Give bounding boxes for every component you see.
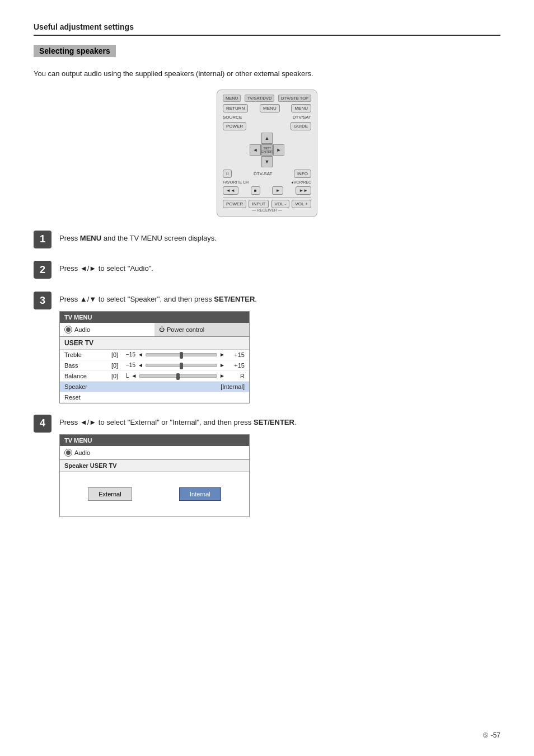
- dpad-br: [273, 156, 284, 167]
- remote-row-3: SOURCE DTV/SAT: [223, 115, 311, 120]
- remote-stop-btn[interactable]: ■: [251, 186, 260, 195]
- remote-vol-plus-btn[interactable]: VOL +: [292, 200, 311, 208]
- remote-vol-minus-btn[interactable]: VOL -: [271, 200, 290, 208]
- step-4-text: Press ◄/► to select "External" or "Inter…: [59, 417, 500, 429]
- step-2-number: 2: [34, 261, 51, 279]
- balance-min: L: [126, 373, 129, 379]
- balance-value: [0]: [104, 373, 126, 379]
- remote-pause-btn[interactable]: II: [223, 170, 232, 178]
- remote-fav-label: FAVORITE CH: [223, 180, 249, 184]
- remote-bottom: POWER INPUT VOL - VOL +: [223, 197, 311, 208]
- tv-menu-tab-audio-3[interactable]: Audio: [60, 323, 154, 336]
- tv-menu-step3: TV MENU Audio ⏻ Power control USER TV: [59, 311, 250, 403]
- bass-left-arrow: ◄: [138, 362, 143, 368]
- treble-left-arrow: ◄: [138, 351, 143, 358]
- balance-slider-area: L ◄ ►: [126, 373, 225, 379]
- balance-slider-thumb: [176, 373, 180, 380]
- remote-menu-label: MENU: [223, 95, 241, 102]
- step-1-text: Press MENU and the TV MENU screen displa…: [59, 233, 500, 245]
- bass-value: [0]: [104, 362, 126, 369]
- power-icon-3: ⏻: [159, 326, 165, 332]
- speaker-menu-tab-audio-4[interactable]: Audio: [60, 446, 249, 459]
- page-number: ⑤ -57: [483, 731, 500, 739]
- treble-min: −15: [126, 351, 135, 358]
- dpad-left-btn[interactable]: ◄: [250, 144, 261, 156]
- remote-row-6: FAVORITE CH ●VCR/REC: [223, 180, 311, 184]
- audio-icon-4: [64, 449, 72, 457]
- remote-dtv-sat-label: DTV/SAT: [293, 115, 311, 120]
- dpad-up-btn[interactable]: ▲: [261, 133, 273, 144]
- treble-label: Treble: [64, 351, 104, 358]
- tv-menu-tab-power-label-3: Power control: [167, 326, 204, 333]
- bass-slider-thumb: [180, 363, 183, 369]
- external-speaker-btn[interactable]: External: [88, 487, 132, 501]
- step-4: 4 Press ◄/► to select "External" or "Int…: [34, 415, 500, 517]
- speaker-menu-body-4: External Internal: [60, 472, 249, 516]
- treble-slider-thumb: [180, 352, 183, 359]
- dpad-right-btn[interactable]: ►: [273, 144, 284, 156]
- balance-left-arrow: ◄: [132, 373, 137, 379]
- dpad-center-btn[interactable]: SET/ENTER: [261, 144, 273, 156]
- tv-menu-bass-row: Bass [0] −15 ◄ ► +15: [60, 360, 249, 371]
- step-1-number: 1: [34, 231, 51, 248]
- remote-info-btn[interactable]: INFO: [294, 170, 311, 178]
- remote-receiver-label: — RECEIVER —: [223, 208, 311, 212]
- remote-power-btn[interactable]: POWER: [223, 122, 246, 130]
- treble-slider-track[interactable]: [146, 353, 217, 356]
- treble-max: +15: [225, 351, 245, 358]
- speaker-label: Speaker: [64, 383, 104, 390]
- tv-menu-tab-audio-label-3: Audio: [74, 326, 90, 333]
- speaker-menu-tab-audio-label-4: Audio: [74, 449, 90, 456]
- bass-max: +15: [225, 362, 245, 369]
- remote-play-btn[interactable]: ►: [272, 186, 283, 195]
- internal-speaker-btn[interactable]: Internal: [179, 487, 221, 501]
- speaker-right-label: [Internal]: [221, 383, 245, 390]
- treble-value: [0]: [104, 351, 126, 358]
- remote-menu2-btn[interactable]: MENU: [291, 104, 311, 112]
- remote-row-4: POWER GUIDE: [223, 122, 311, 130]
- remote-power2-btn[interactable]: POWER: [223, 200, 246, 208]
- balance-slider-track[interactable]: [139, 374, 217, 378]
- dpad-down-btn[interactable]: ▼: [261, 156, 273, 167]
- remote-menu-btn[interactable]: MENU: [260, 104, 280, 112]
- step-3-number: 3: [34, 292, 51, 309]
- tv-menu-reset-row[interactable]: Reset: [60, 392, 249, 403]
- remote-tv-sat-dvd-label: TV/SAT/DVD: [245, 95, 275, 102]
- remote-guide-btn[interactable]: GUIDE: [291, 122, 311, 130]
- remote-source-label: SOURCE: [223, 115, 242, 120]
- remote-dtv-sat2-label: DTV-SAT: [254, 171, 272, 176]
- subsection-title: Selecting speakers: [34, 45, 116, 57]
- dpad-bl: [250, 156, 261, 167]
- dpad-tl: [250, 133, 261, 144]
- page-container: Useful adjustment settings Selecting spe…: [0, 0, 534, 539]
- tv-menu-speaker-row[interactable]: Speaker [Internal]: [60, 382, 249, 392]
- step-1: 1 Press MENU and the TV MENU screen disp…: [34, 231, 500, 250]
- reset-label: Reset: [64, 394, 104, 401]
- tv-menu-treble-row: Treble [0] −15 ◄ ► +15: [60, 350, 249, 360]
- tv-menu-tab-power-3[interactable]: ⏻ Power control: [154, 323, 249, 336]
- remote-return-btn[interactable]: RETURN: [223, 104, 248, 112]
- remote-image-area: MENU TV/SAT/DVD DTV/STB TOP RETURN MENU …: [34, 90, 500, 217]
- bass-right-arrow: ►: [219, 362, 225, 368]
- remote-top-row: MENU TV/SAT/DVD DTV/STB TOP: [223, 95, 311, 102]
- bass-min: −15: [126, 362, 135, 368]
- remote-input-btn[interactable]: INPUT: [249, 200, 269, 208]
- step-3: 3 Press ▲/▼ to select "Speaker", and the…: [34, 292, 500, 403]
- remote-ff-btn[interactable]: ►►: [296, 186, 311, 195]
- bass-slider-track[interactable]: [146, 364, 217, 367]
- step-4-content: Press ◄/► to select "External" or "Inter…: [59, 415, 500, 517]
- balance-right-arrow: ►: [219, 373, 225, 379]
- remote-rewind-btn[interactable]: ◄◄: [223, 186, 238, 195]
- step-4-number: 4: [34, 415, 51, 433]
- step-2-text: Press ◄/► to select "Audio".: [59, 263, 500, 275]
- speaker-menu-header-4: TV MENU: [60, 435, 249, 446]
- remote-transport-row: ◄◄ ■ ► ►►: [223, 186, 311, 195]
- step-3-content: Press ▲/▼ to select "Speaker", and then …: [59, 292, 500, 403]
- speaker-menu-step4: TV MENU Audio Speaker USER TV External I…: [59, 434, 250, 517]
- tv-menu-header-3: TV MENU: [60, 312, 249, 323]
- bass-label: Bass: [64, 362, 104, 369]
- step-1-content: Press MENU and the TV MENU screen displa…: [59, 231, 500, 250]
- step-2: 2 Press ◄/► to select "Audio".: [34, 261, 500, 280]
- bass-slider-area: −15 ◄ ►: [126, 362, 225, 368]
- treble-right-arrow: ►: [219, 351, 225, 358]
